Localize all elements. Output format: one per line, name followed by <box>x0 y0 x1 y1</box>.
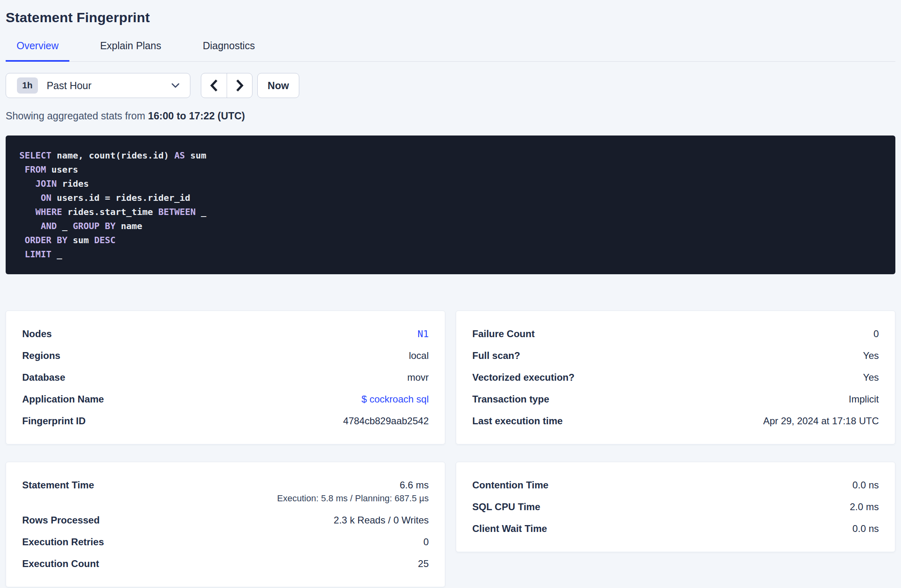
summary-cards: NodesN1RegionslocalDatabasemovrApplicati… <box>6 311 895 587</box>
summary-row: Last execution timeApr 29, 2024 at 17:18… <box>472 410 879 432</box>
sql-keyword: ON <box>41 193 52 203</box>
row-value-link[interactable]: N1 <box>417 329 429 339</box>
tab-overview[interactable]: Overview <box>6 40 69 62</box>
stats-range: 16:00 to 17:22 (UTC) <box>148 110 245 121</box>
statement-fingerprint-page: Statement Fingerprint Overview Explain P… <box>0 0 901 588</box>
aggregated-stats-line: Showing aggregated stats from 16:00 to 1… <box>6 110 895 122</box>
wait-times-card: Contention Time0.0 nsSQL CPU Time2.0 msC… <box>456 462 895 552</box>
row-label: Regions <box>22 350 60 361</box>
sql-line: ORDER BY sum DESC <box>19 233 882 247</box>
sql-keyword: SELECT <box>19 150 51 161</box>
row-label: Execution Count <box>22 558 99 569</box>
sql-text: sum <box>185 150 206 161</box>
sql-keyword: WHERE <box>35 207 62 217</box>
sql-text: _ <box>57 221 73 231</box>
row-value: 6.6 ms <box>277 480 429 491</box>
summary-row: Regionslocal <box>22 345 429 367</box>
sql-text <box>19 221 41 231</box>
sql-line: ON users.id = rides.rider_id <box>19 191 882 205</box>
row-label: Contention Time <box>472 480 549 491</box>
row-value: 0.0 ns <box>853 523 879 534</box>
row-value: 2.0 ms <box>850 501 879 513</box>
sql-keyword: DESC <box>94 235 115 245</box>
row-value: Yes <box>863 350 879 361</box>
row-value-wrap: 0.0 ns <box>853 480 879 491</box>
row-label: Fingerprint ID <box>22 415 86 427</box>
tab-diagnostics-label: Diagnostics <box>203 40 255 51</box>
summary-row: Fingerprint ID4784cb829aab2542 <box>22 410 429 432</box>
tab-explain-plans[interactable]: Explain Plans <box>89 40 172 62</box>
interval-label: Past Hour <box>47 80 171 92</box>
row-label: Database <box>22 372 65 383</box>
row-value: 4784cb829aab2542 <box>343 415 429 427</box>
sql-text: _ <box>196 207 206 217</box>
sql-line: LIMIT _ <box>19 247 882 261</box>
summary-row: Application Name$ cockroach sql <box>22 388 429 410</box>
row-label: Execution Retries <box>22 536 104 548</box>
summary-row: SQL CPU Time2.0 ms <box>472 496 879 518</box>
interval-badge: 1h <box>17 77 38 94</box>
row-value-wrap: 0 <box>423 536 429 548</box>
page-title: Statement Fingerprint <box>6 0 895 25</box>
row-subvalue: Execution: 5.8 ms / Planning: 687.5 µs <box>277 493 429 504</box>
row-value: 0.0 ns <box>853 480 879 491</box>
row-value-wrap: 2.0 ms <box>850 501 879 513</box>
sql-statement-box: SELECT name, count(rides.id) AS sum FROM… <box>6 136 895 274</box>
row-label: Application Name <box>22 394 104 405</box>
row-value-wrap: $ cockroach sql <box>361 394 429 405</box>
time-toolbar: 1h Past Hour Now <box>6 73 895 98</box>
row-value-wrap: movr <box>407 372 429 383</box>
sql-text: sum <box>67 235 94 245</box>
statement-details-card: NodesN1RegionslocalDatabasemovrApplicati… <box>6 311 445 444</box>
sql-text: _ <box>51 249 62 259</box>
sql-text: users.id = rides.rider_id <box>51 193 190 203</box>
tab-diagnostics[interactable]: Diagnostics <box>192 40 266 62</box>
row-value-link[interactable]: $ cockroach sql <box>361 394 429 405</box>
chevron-left-icon <box>210 79 219 92</box>
row-value: Yes <box>863 372 879 383</box>
row-value-wrap: 4784cb829aab2542 <box>343 415 429 427</box>
row-value: 2.3 k Reads / 0 Writes <box>334 515 429 526</box>
summary-row: Execution Retries0 <box>22 531 429 553</box>
summary-row: Client Wait Time0.0 ns <box>472 518 879 540</box>
row-value: 0 <box>874 328 879 340</box>
row-label: Transaction type <box>472 394 549 405</box>
row-label: Nodes <box>22 328 52 340</box>
sql-text <box>19 249 25 259</box>
summary-row: NodesN1 <box>22 323 429 345</box>
sql-text <box>19 235 25 245</box>
row-value-wrap: Yes <box>863 372 879 383</box>
interval-nav-group <box>201 73 252 98</box>
summary-row: Execution Count25 <box>22 553 429 575</box>
tab-overview-label: Overview <box>17 40 58 51</box>
row-value: local <box>409 350 429 361</box>
now-button[interactable]: Now <box>257 73 299 98</box>
row-value-wrap: Yes <box>863 350 879 361</box>
prev-interval-button[interactable] <box>201 73 227 98</box>
sql-text <box>19 165 25 175</box>
row-label: Failure Count <box>472 328 535 340</box>
summary-row: Statement Time6.6 msExecution: 5.8 ms / … <box>22 474 429 509</box>
sql-text <box>19 179 35 189</box>
summary-row: Full scan?Yes <box>472 345 879 367</box>
row-value-wrap: Apr 29, 2024 at 17:18 UTC <box>763 415 879 427</box>
sql-text: name, count(rides.id) <box>51 150 174 161</box>
chevron-right-icon <box>235 79 244 92</box>
sql-text: name <box>115 221 142 231</box>
row-label: Rows Processed <box>22 515 100 526</box>
sql-line: FROM users <box>19 163 882 177</box>
next-interval-button[interactable] <box>227 73 252 98</box>
sql-keyword: JOIN <box>35 179 57 189</box>
row-label: Statement Time <box>22 480 94 491</box>
time-interval-dropdown[interactable]: 1h Past Hour <box>6 73 190 98</box>
row-label: Vectorized execution? <box>472 372 574 383</box>
chevron-down-icon <box>171 82 180 89</box>
row-label: Last execution time <box>472 415 563 427</box>
tab-explain-plans-label: Explain Plans <box>100 40 161 51</box>
sql-text <box>19 207 35 217</box>
row-value: 0 <box>423 536 429 548</box>
sql-text <box>19 193 41 203</box>
sql-keyword: GROUP BY <box>73 221 115 231</box>
stats-prefix: Showing aggregated stats from <box>6 110 145 121</box>
row-label: Client Wait Time <box>472 523 547 534</box>
